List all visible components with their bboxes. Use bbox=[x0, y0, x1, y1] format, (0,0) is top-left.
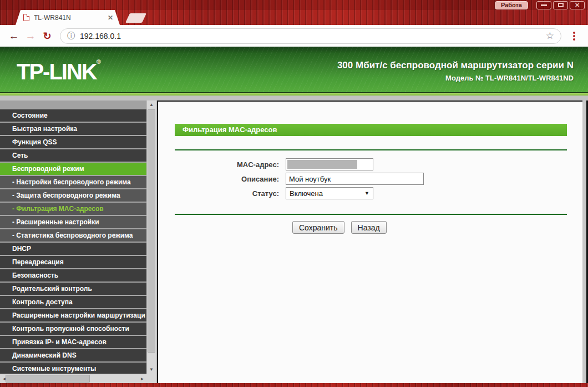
sidebar-item[interactable]: Динамический DNS bbox=[0, 348, 146, 361]
minimize-button[interactable] bbox=[536, 1, 551, 9]
content-right-scroll-strip[interactable] bbox=[582, 100, 588, 383]
description-input[interactable] bbox=[286, 173, 424, 185]
sidebar-item[interactable]: Состояние bbox=[0, 108, 146, 122]
sidebar-item[interactable]: Расширенные настройки маршрутизаци bbox=[0, 308, 146, 321]
mac-address-label: MAC-адрес: bbox=[158, 160, 286, 169]
browser-window: Работа ✕ TL-WR841N ✕ ← → ↻ ⓘ 192.168.0.1… bbox=[0, 0, 588, 387]
section-title-bar: Фильтрация MAC-адресов bbox=[175, 124, 567, 136]
content-frame: Фильтрация MAC-адресов MAC-адрес: Описан… bbox=[157, 100, 582, 383]
chevron-down-icon: ▼ bbox=[364, 190, 369, 196]
profile-button[interactable]: Работа bbox=[495, 1, 528, 9]
scrollbar-corner bbox=[146, 374, 156, 383]
tplink-logo: TP-LINK® bbox=[17, 58, 101, 84]
status-label: Статус: bbox=[158, 189, 286, 198]
sidebar-item[interactable]: Контроль доступа bbox=[0, 295, 146, 308]
sidebar-item[interactable]: Быстрая настройка bbox=[0, 122, 146, 135]
horizontal-scroll-thumb[interactable] bbox=[6, 375, 90, 383]
address-bar[interactable]: ⓘ 192.168.0.1 ☆ bbox=[60, 28, 561, 44]
sidebar-item[interactable]: Системные инструменты bbox=[0, 361, 146, 374]
sidebar-item[interactable]: Беспроводной режим bbox=[0, 162, 146, 175]
logo-text: TP-LINK bbox=[17, 59, 97, 84]
minimize-icon bbox=[541, 4, 547, 6]
frame-top-gap bbox=[0, 96, 588, 100]
router-header-text: 300 Мбит/с беспроводной маршрутизатор се… bbox=[337, 60, 574, 82]
divider-top bbox=[175, 149, 567, 150]
maximize-icon bbox=[558, 3, 564, 7]
section-title: Фильтрация MAC-адресов bbox=[183, 125, 277, 134]
browser-tab[interactable]: TL-WR841N ✕ bbox=[16, 10, 120, 25]
mac-address-redacted-value bbox=[287, 160, 357, 169]
back-button[interactable]: Назад bbox=[351, 221, 387, 234]
sidebar-menu: СостояниеБыстрая настройкаФункция QSSСет… bbox=[0, 100, 146, 374]
sidebar-item[interactable]: - Настройки беспроводного режима bbox=[0, 175, 146, 188]
mac-filter-form: MAC-адрес: Описание: Статус: Включена ▼ bbox=[158, 157, 582, 200]
profile-label: Работа bbox=[501, 2, 522, 8]
forward-icon: → bbox=[23, 29, 38, 43]
form-buttons: Сохранить Назад bbox=[158, 221, 582, 234]
divider-bottom bbox=[175, 214, 567, 215]
sidebar-item[interactable]: Привязка IP- и MAC-адресов bbox=[0, 335, 146, 348]
sidebar-item[interactable]: Сеть bbox=[0, 148, 146, 162]
page-body: СостояниеБыстрая настройкаФункция QSSСет… bbox=[0, 100, 588, 383]
close-icon: ✕ bbox=[575, 2, 580, 8]
scroll-down-icon[interactable]: ▼ bbox=[147, 365, 156, 374]
sidebar-item[interactable]: - Фильтрация MAC-адресов bbox=[0, 202, 146, 215]
status-select[interactable]: Включена ▼ bbox=[286, 187, 373, 199]
scroll-up-icon[interactable]: ▲ bbox=[147, 100, 156, 109]
maximize-button[interactable] bbox=[553, 1, 568, 9]
close-button[interactable]: ✕ bbox=[570, 1, 585, 9]
sidebar-horizontal-scrollbar[interactable]: ◄ ► bbox=[0, 374, 146, 383]
browser-toolbar: ← → ↻ ⓘ 192.168.0.1 ☆ bbox=[0, 25, 588, 47]
form-row-mac: MAC-адрес: bbox=[158, 157, 582, 172]
sidebar-item[interactable]: Контроль пропускной способности bbox=[0, 321, 146, 335]
page-icon bbox=[23, 14, 29, 21]
back-icon[interactable]: ← bbox=[7, 29, 21, 43]
sidebar-item[interactable]: Функция QSS bbox=[0, 135, 146, 148]
browser-menu-icon[interactable] bbox=[567, 29, 581, 43]
sidebar-item[interactable]: DHCP bbox=[0, 242, 146, 255]
status-selected-value: Включена bbox=[290, 189, 364, 198]
url-text[interactable]: 192.168.0.1 bbox=[80, 32, 546, 41]
new-tab-button[interactable] bbox=[125, 13, 146, 23]
sidebar-item[interactable]: - Защита беспроводного режима bbox=[0, 188, 146, 202]
sidebar-item[interactable]: Безопасность bbox=[0, 268, 146, 282]
tab-close-icon[interactable]: ✕ bbox=[105, 13, 115, 23]
save-button[interactable]: Сохранить bbox=[292, 221, 344, 234]
mac-address-input[interactable] bbox=[286, 158, 373, 170]
bookmark-star-icon[interactable]: ☆ bbox=[546, 30, 554, 42]
window-titlebar: Работа ✕ bbox=[0, 0, 588, 10]
site-info-icon[interactable]: ⓘ bbox=[67, 31, 75, 41]
router-title: 300 Мбит/с беспроводной маршрутизатор се… bbox=[337, 60, 574, 71]
vertical-scroll-thumb[interactable] bbox=[148, 109, 155, 353]
sidebar-item[interactable]: Переадресация bbox=[0, 255, 146, 268]
sidebar-item[interactable]: - Расширенные настройки bbox=[0, 215, 146, 228]
sidebar-item[interactable]: - Статистика беспроводного режима bbox=[0, 228, 146, 242]
sidebar-frame: СостояниеБыстрая настройкаФункция QSSСет… bbox=[0, 100, 156, 383]
scroll-right-icon[interactable]: ► bbox=[138, 374, 146, 383]
reload-icon[interactable]: ↻ bbox=[40, 29, 54, 43]
form-row-status: Статус: Включена ▼ bbox=[158, 186, 582, 200]
form-row-description: Описание: bbox=[158, 172, 582, 186]
sidebar-item[interactable]: Родительский контроль bbox=[0, 282, 146, 295]
registered-mark: ® bbox=[97, 58, 101, 65]
sidebar-top-band bbox=[0, 100, 146, 108]
router-model: Модель № TL-WR841N/TL-WR841ND bbox=[337, 74, 574, 82]
tab-strip: TL-WR841N ✕ bbox=[0, 10, 588, 25]
tab-title: TL-WR841N bbox=[34, 14, 105, 22]
window-bottom-border bbox=[0, 383, 588, 387]
router-header: TP-LINK® 300 Мбит/с беспроводной маршрут… bbox=[0, 47, 588, 92]
description-label: Описание: bbox=[158, 175, 286, 183]
sidebar-vertical-scrollbar[interactable]: ▲ ▼ bbox=[146, 100, 156, 374]
